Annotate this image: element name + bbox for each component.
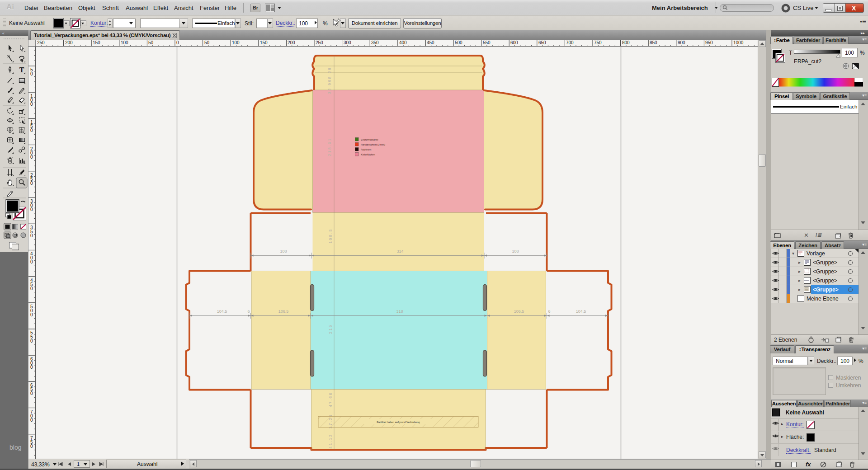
svg-text:T: T	[19, 66, 24, 74]
svg-text:200: 200	[65, 40, 73, 45]
svg-text:314: 314	[396, 249, 403, 254]
svg-text:Endformatkante: Endformatkante	[361, 138, 378, 141]
svg-text:0: 0	[30, 365, 33, 370]
svg-text:318: 318	[396, 309, 403, 314]
svg-text:0: 0	[30, 128, 33, 133]
svg-text:47.66: 47.66	[328, 392, 333, 407]
svg-text:215: 215	[328, 324, 333, 334]
svg-text:350: 350	[371, 40, 379, 45]
svg-text:0: 0	[30, 338, 33, 343]
svg-text:50: 50	[148, 40, 154, 45]
svg-text:108: 108	[280, 249, 287, 254]
svg-text:900: 900	[678, 40, 685, 45]
svg-text:blog: blog	[9, 444, 21, 451]
svg-text:250: 250	[37, 40, 45, 45]
svg-text:104.5: 104.5	[217, 309, 227, 314]
svg-text:150: 150	[260, 40, 268, 45]
svg-text:106.5: 106.5	[278, 309, 289, 314]
svg-text:218.01: 218.01	[327, 138, 332, 156]
svg-text:700: 700	[566, 40, 574, 45]
svg-text:300: 300	[344, 40, 351, 45]
svg-text:950: 950	[705, 40, 713, 45]
svg-text:100: 100	[121, 40, 128, 45]
svg-text:0: 0	[30, 312, 33, 317]
svg-text:0: 0	[30, 259, 33, 264]
svg-text:650: 650	[538, 40, 546, 45]
svg-text:200: 200	[288, 40, 295, 45]
svg-text:Klebeflächen: Klebeflächen	[361, 153, 375, 156]
svg-text:150: 150	[93, 40, 100, 45]
svg-text:108.5: 108.5	[328, 228, 333, 244]
svg-text:100: 100	[232, 40, 240, 45]
svg-text:Farbfrei halten aufgrund Verkl: Farbfrei halten aufgrund Verklebung	[377, 421, 420, 423]
svg-text:6: 6	[548, 309, 550, 314]
svg-text:0: 0	[30, 207, 33, 212]
svg-text:106.5: 106.5	[514, 309, 524, 314]
svg-text:0: 0	[30, 71, 33, 76]
svg-text:500: 500	[455, 40, 462, 45]
svg-text:50: 50	[204, 40, 210, 45]
svg-text:32.998 28: 32.998 28	[327, 67, 332, 94]
svg-text:750: 750	[594, 40, 602, 45]
svg-text:0: 0	[30, 102, 33, 107]
svg-text:250: 250	[316, 40, 323, 45]
svg-text:450: 450	[427, 40, 434, 45]
svg-text:6: 6	[247, 309, 250, 314]
svg-text:104.5: 104.5	[576, 309, 586, 314]
svg-text:0: 0	[30, 155, 33, 160]
svg-text:800: 800	[622, 40, 630, 45]
svg-text:0: 0	[30, 444, 33, 449]
svg-text:600: 600	[510, 40, 518, 45]
svg-text:0: 0	[30, 233, 33, 238]
svg-text:«: «	[2, 31, 5, 36]
svg-text:550: 550	[483, 40, 491, 45]
svg-text:0: 0	[30, 418, 33, 423]
svg-text:400: 400	[399, 40, 407, 45]
svg-text:41.13: 41.13	[328, 433, 333, 449]
svg-text:850: 850	[650, 40, 657, 45]
svg-text:Randanschnitt (3 mm): Randanschnitt (3 mm)	[361, 143, 385, 146]
svg-text:108: 108	[512, 249, 519, 254]
svg-text:Falzlinien: Falzlinien	[361, 148, 371, 151]
svg-text:0: 0	[30, 286, 33, 291]
svg-text:0: 0	[176, 40, 179, 45]
svg-text:0: 0	[30, 181, 33, 186]
svg-text:1000: 1000	[733, 40, 744, 45]
svg-text:0: 0	[30, 391, 33, 396]
